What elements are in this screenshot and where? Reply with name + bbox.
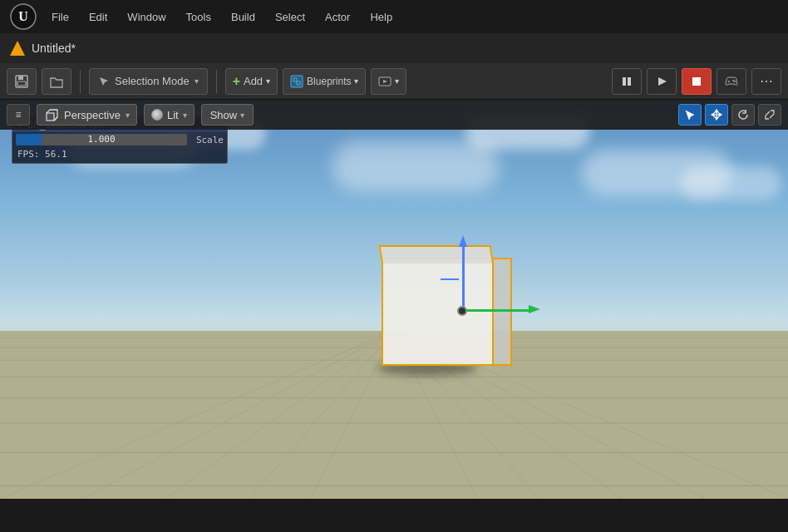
lit-label: Lit bbox=[167, 109, 179, 121]
cinematics-arrow: ▾ bbox=[395, 76, 399, 86]
lit-button[interactable]: Lit ▾ bbox=[144, 104, 195, 126]
cube-right-face bbox=[494, 258, 512, 366]
pause-button[interactable] bbox=[612, 68, 642, 95]
main-toolbar: Selection Mode ▾ + Add ▾ Blueprints ▾ ▾ bbox=[0, 63, 788, 100]
svg-rect-4 bbox=[17, 81, 26, 86]
maximize-icon bbox=[764, 109, 776, 121]
cloud-6 bbox=[682, 166, 781, 200]
refresh-icon bbox=[737, 109, 749, 121]
svg-line-22 bbox=[83, 331, 394, 499]
svg-point-10 bbox=[732, 80, 734, 81]
svg-rect-7 bbox=[623, 77, 626, 86]
perspective-label: Perspective bbox=[64, 109, 121, 121]
blueprints-button[interactable]: Blueprints ▾ bbox=[283, 68, 366, 95]
menu-actor[interactable]: Actor bbox=[317, 7, 358, 27]
lit-icon bbox=[151, 109, 163, 121]
perspective-button[interactable]: Perspective ▾ bbox=[37, 104, 137, 126]
svg-rect-3 bbox=[18, 76, 23, 80]
menu-build[interactable]: Build bbox=[223, 7, 263, 27]
svg-rect-8 bbox=[628, 77, 631, 86]
gizmo-center bbox=[457, 306, 467, 316]
menu-edit[interactable]: Edit bbox=[81, 7, 116, 27]
more-options-button[interactable]: ⋯ bbox=[751, 68, 781, 95]
viewport-menu-button[interactable]: ≡ bbox=[7, 104, 30, 126]
title-bar: Untitled* bbox=[0, 33, 788, 63]
svg-line-24 bbox=[166, 331, 394, 499]
open-button[interactable] bbox=[42, 68, 71, 95]
controller-button[interactable] bbox=[717, 68, 746, 95]
imgui-fps-display: FPS: 56.1 bbox=[12, 147, 227, 163]
add-button[interactable]: + Add ▾ bbox=[225, 68, 278, 95]
svg-rect-9 bbox=[692, 77, 701, 86]
svg-rect-30 bbox=[47, 113, 54, 121]
menu-help[interactable]: Help bbox=[362, 7, 401, 27]
play-button[interactable] bbox=[647, 68, 677, 95]
svg-line-26 bbox=[249, 331, 394, 499]
menu-tools[interactable]: Tools bbox=[178, 7, 219, 27]
menu-bar: U File Edit Window Tools Build Select Ac… bbox=[0, 0, 788, 33]
blueprints-label: Blueprints bbox=[307, 76, 351, 87]
cube-front-face bbox=[382, 258, 494, 366]
svg-line-20 bbox=[0, 331, 394, 499]
perspective-arrow: ▾ bbox=[126, 111, 130, 120]
move-icon bbox=[711, 109, 722, 121]
imgui-scale-slider[interactable]: 1.000 bbox=[16, 134, 187, 145]
imgui-scale-label: Scale bbox=[190, 135, 224, 145]
imgui-slider-row: 1.000 Scale bbox=[12, 132, 227, 147]
selection-mode-label: Selection Mode bbox=[115, 75, 190, 87]
more-icon: ⋯ bbox=[760, 73, 774, 89]
maximize-button[interactable] bbox=[758, 104, 781, 126]
ue-logo: U bbox=[7, 0, 40, 33]
project-title: Untitled* bbox=[32, 42, 76, 55]
gizmo-z-axis bbox=[462, 245, 465, 312]
viewport[interactable]: ▼ BP_ImGuiActor 1.000 Scale FPS: 56.1 ≡ … bbox=[0, 100, 788, 499]
show-label: Show bbox=[210, 109, 238, 121]
menu-file[interactable]: File bbox=[43, 7, 77, 27]
cube-top-face bbox=[379, 245, 494, 264]
svg-point-11 bbox=[734, 81, 736, 82]
add-label: Add bbox=[244, 75, 263, 87]
hamburger-icon: ≡ bbox=[15, 109, 21, 121]
separator-1 bbox=[80, 70, 81, 93]
gizmo-x-arrow bbox=[529, 305, 540, 313]
viewport-right-controls bbox=[678, 104, 781, 126]
lit-arrow: ▾ bbox=[183, 111, 187, 120]
perspective-icon bbox=[44, 107, 59, 122]
gizmo-z-arrow bbox=[459, 235, 467, 247]
selection-mode-button[interactable]: Selection Mode ▾ bbox=[89, 68, 208, 95]
selection-mode-arrow: ▾ bbox=[195, 76, 199, 86]
refresh-button[interactable] bbox=[731, 104, 755, 126]
gizmo-x-axis bbox=[462, 309, 530, 312]
cursor-icon bbox=[684, 109, 696, 121]
gizmo-connector bbox=[441, 278, 459, 280]
add-arrow: ▾ bbox=[266, 76, 270, 86]
select-tool-button[interactable] bbox=[678, 104, 702, 126]
cinematics-button[interactable]: ▾ bbox=[371, 68, 406, 95]
show-button[interactable]: Show ▾ bbox=[201, 104, 254, 126]
move-tool-button[interactable] bbox=[705, 104, 728, 126]
blueprints-arrow: ▾ bbox=[354, 76, 358, 86]
toolbar-right: ⋯ bbox=[612, 68, 781, 95]
selected-cube[interactable] bbox=[382, 245, 505, 366]
project-icon bbox=[10, 41, 25, 56]
viewport-toolbar: ≡ Perspective ▾ Lit ▾ Show ▾ bbox=[0, 100, 788, 130]
stop-button[interactable] bbox=[682, 68, 712, 95]
cloud-3 bbox=[332, 141, 499, 191]
svg-text:U: U bbox=[18, 9, 28, 23]
save-button[interactable] bbox=[7, 68, 37, 95]
separator-2 bbox=[216, 70, 217, 93]
menu-select[interactable]: Select bbox=[267, 7, 313, 27]
show-arrow: ▾ bbox=[240, 111, 244, 120]
menu-window[interactable]: Window bbox=[119, 7, 174, 27]
imgui-slider-value: 1.000 bbox=[16, 134, 187, 145]
